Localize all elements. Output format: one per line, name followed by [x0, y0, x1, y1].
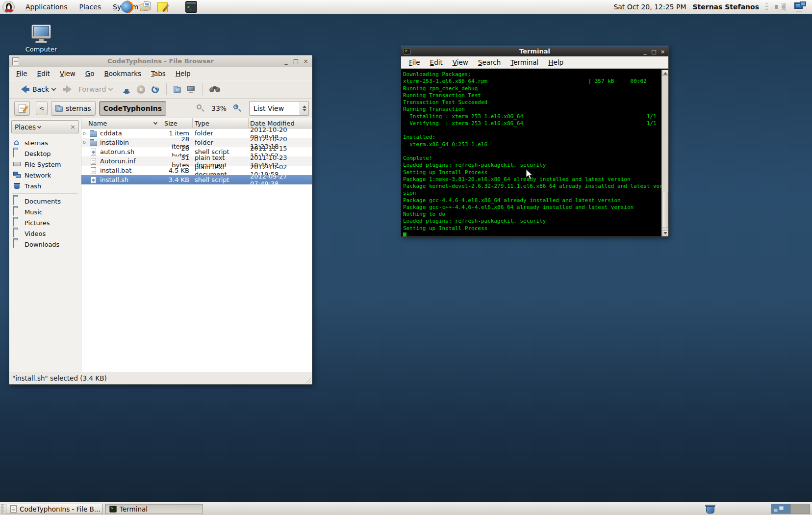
forward-button[interactable]: Forward — [60, 83, 109, 95]
stop-icon: × — [137, 85, 145, 94]
taskbar-button-terminal[interactable]: Terminal — [105, 504, 203, 514]
place-documents[interactable]: Documents — [11, 196, 79, 206]
place-pictures[interactable]: Pictures — [11, 217, 79, 228]
taskbar-button-filebrowser[interactable]: CodeTyphonIns - File B... — [6, 504, 103, 514]
file-browser-titlebar[interactable]: CodeTyphonIns - File Browser _ □ × — [9, 55, 312, 67]
terminal-screen[interactable]: Downloading Packages: xterm-253-1.el6.x8… — [401, 70, 661, 236]
term-menu-terminal[interactable]: Terminal — [506, 56, 543, 69]
zoom-out-icon[interactable] — [197, 104, 204, 112]
column-label: Name — [88, 120, 107, 127]
back-dropdown-icon[interactable] — [51, 86, 56, 91]
maximize-icon[interactable]: □ — [292, 57, 300, 65]
back-button[interactable]: Back — [14, 83, 52, 95]
term-menu-search[interactable]: Search — [473, 56, 506, 69]
mail-icon[interactable] — [140, 1, 152, 13]
sidebar-close-icon[interactable]: × — [70, 123, 76, 130]
scroll-up-icon[interactable] — [662, 70, 668, 76]
file-type: folder — [193, 129, 249, 137]
edit-location-button[interactable] — [14, 101, 30, 116]
terminal-line: xterm.x86_64 0:253-1.el6 — [403, 141, 661, 148]
terminal-window-controls: _ □ × — [641, 47, 666, 56]
taskbar-handle[interactable] — [1, 504, 4, 514]
displays-icon[interactable] — [793, 1, 808, 12]
places-separator — [12, 193, 78, 194]
place-trash[interactable]: Trash — [11, 180, 79, 191]
note-icon[interactable] — [157, 2, 168, 12]
menu-applications[interactable]: Applications — [20, 0, 74, 14]
resize-grip[interactable] — [304, 377, 311, 384]
terminal-line: sion — [403, 190, 661, 197]
desktop-root: { "panel": { "menus": ["Applications", "… — [0, 0, 812, 515]
term-menu-help[interactable]: Help — [543, 56, 568, 69]
path-scroll-left-button[interactable]: < — [36, 102, 48, 115]
place-desktop[interactable]: Desktop — [11, 148, 79, 159]
fb-menu-file[interactable]: File — [11, 67, 32, 80]
fb-menu-view[interactable]: View — [55, 67, 80, 80]
close-icon[interactable]: × — [302, 57, 310, 65]
place-music[interactable]: Music — [11, 206, 79, 217]
workspace-2[interactable] — [790, 504, 810, 514]
scroll-down-icon[interactable] — [662, 230, 668, 236]
view-mode-spinner[interactable] — [300, 102, 308, 115]
distro-logo-icon[interactable] — [2, 1, 15, 13]
stop-button[interactable]: × — [134, 83, 148, 96]
place-network[interactable]: Network — [11, 170, 79, 180]
workspace-1[interactable] — [771, 504, 790, 514]
forward-dropdown-icon[interactable] — [108, 86, 113, 91]
videos-folder-icon — [13, 230, 21, 237]
expander-icon[interactable]: ▷ — [81, 131, 88, 135]
terminal-launcher-icon[interactable] — [185, 1, 197, 13]
terminal-titlebar[interactable]: Terminal _ □ × — [401, 46, 668, 56]
home-button[interactable]: ⌂ — [171, 84, 184, 95]
places-header[interactable]: Places × — [11, 120, 79, 133]
place-label: Downloads — [25, 241, 59, 248]
column-header-name[interactable]: Name — [81, 118, 162, 128]
search-button[interactable] — [206, 84, 223, 95]
term-menu-view[interactable]: View — [448, 56, 473, 69]
reload-icon — [151, 85, 159, 94]
up-button[interactable] — [119, 83, 134, 96]
path-button-sternas[interactable]: ⌂ sternas — [51, 101, 96, 116]
place-filesystem[interactable]: File System — [11, 159, 79, 170]
workspace-switcher — [771, 504, 810, 514]
minimize-icon[interactable]: _ — [641, 48, 649, 55]
volume-icon[interactable] — [774, 2, 787, 12]
path-button-current[interactable]: CodeTyphonIns — [99, 101, 167, 116]
column-header-type[interactable]: Type — [193, 118, 249, 128]
place-videos[interactable]: Videos — [11, 228, 79, 239]
place-downloads[interactable]: Downloads — [11, 239, 79, 250]
computer-button[interactable] — [184, 84, 198, 95]
place-sternas[interactable]: sternas — [11, 137, 79, 148]
fb-menu-help[interactable]: Help — [171, 67, 196, 80]
menu-places[interactable]: Places — [74, 0, 107, 14]
toolbar-separator2 — [202, 83, 203, 95]
term-menu-file[interactable]: File — [404, 56, 425, 69]
view-mode-select[interactable]: List View — [249, 101, 309, 116]
zoom-in-icon[interactable]: + — [233, 104, 241, 112]
close-icon[interactable]: × — [659, 48, 666, 55]
place-label: File System — [25, 161, 61, 168]
table-row-install-sh-selected[interactable]: install.sh 3.4 KB shell script 2012-09-2… — [81, 175, 312, 184]
column-header-size[interactable]: Size — [162, 118, 193, 128]
desktop-icon-computer[interactable]: Computer — [23, 25, 60, 53]
maximize-icon[interactable]: □ — [650, 48, 658, 55]
edit-location-icon — [19, 104, 25, 113]
fb-menu-go[interactable]: Go — [80, 67, 100, 80]
minimize-icon[interactable]: _ — [282, 57, 290, 65]
firefox-icon[interactable] — [121, 1, 133, 13]
fb-menu-bookmarks[interactable]: Bookmarks — [100, 67, 146, 80]
shell-script-icon — [88, 149, 98, 155]
reload-button[interactable] — [148, 83, 162, 96]
terminal-window: Terminal _ □ × File Edit View Search Ter… — [401, 45, 669, 237]
fb-menu-edit[interactable]: Edit — [32, 67, 55, 80]
fb-menu-tabs[interactable]: Tabs — [146, 67, 171, 80]
scrollbar-thumb[interactable] — [662, 192, 668, 228]
trash-applet-icon[interactable] — [705, 503, 716, 515]
user-menu[interactable]: Sternas Stefanos — [692, 3, 759, 11]
clock[interactable]: Sat Oct 20, 12:25 PM — [613, 3, 686, 11]
top-panel: Applications Places System Sat Oct 20, 1… — [0, 0, 812, 14]
mouse-pointer — [526, 169, 534, 180]
expander-icon[interactable]: ▷ — [81, 140, 88, 145]
terminal-scrollbar[interactable] — [661, 70, 668, 236]
term-menu-edit[interactable]: Edit — [425, 56, 448, 69]
